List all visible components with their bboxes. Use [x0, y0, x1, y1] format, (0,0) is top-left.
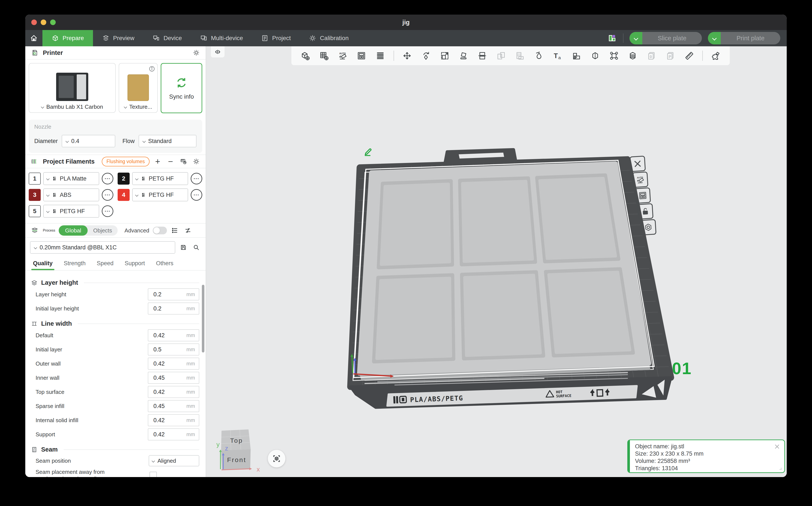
flatten-tool-button[interactable]: [458, 50, 469, 61]
setting-input[interactable]: 0.2mm: [148, 288, 199, 301]
print-dropdown[interactable]: [708, 32, 721, 45]
settings-list-icon[interactable]: [170, 226, 180, 235]
auto-orient-plate-button[interactable]: AUTO: [632, 172, 648, 188]
cut-box-button[interactable]: [590, 50, 601, 61]
fit-view-button[interactable]: [268, 450, 285, 468]
printer-settings-gear-icon[interactable]: [192, 48, 201, 58]
rotate-tool-button[interactable]: [420, 50, 431, 61]
scale-tool-button[interactable]: [439, 50, 450, 61]
delete-plate-button[interactable]: [629, 156, 646, 172]
scope-objects[interactable]: Objects: [88, 227, 118, 234]
setting-input[interactable]: 0.45mm: [148, 372, 199, 384]
nozzle-diameter-select[interactable]: 0.4: [62, 135, 115, 147]
filament-options-button[interactable]: ···: [191, 173, 202, 184]
process-tab-support[interactable]: Support: [119, 257, 150, 270]
plate-settings-button[interactable]: [640, 219, 656, 235]
tab-prepare[interactable]: Prepare: [42, 30, 93, 46]
modifier-button[interactable]: [571, 50, 582, 61]
model-jig[interactable]: [359, 164, 650, 380]
filament-select[interactable]: PETG HF: [132, 188, 188, 201]
setting-input[interactable]: 0.2mm: [148, 303, 199, 315]
printer-model-label: Bambu Lab X1 Carbon: [46, 103, 103, 110]
filament-options-button[interactable]: ···: [102, 173, 113, 184]
flow-select[interactable]: Standard: [138, 135, 196, 147]
slice-dropdown[interactable]: [629, 32, 642, 45]
filament-select[interactable]: ABS: [43, 188, 99, 201]
filament-options-button[interactable]: ···: [102, 189, 113, 201]
process-tab-others[interactable]: Others: [150, 257, 179, 270]
scope-global[interactable]: Global: [59, 225, 88, 236]
home-button[interactable]: [25, 30, 42, 46]
plate-type-card[interactable]: Texture...: [119, 63, 158, 113]
process-scope-toggle[interactable]: Global Objects: [59, 225, 118, 236]
panel-scrollbar[interactable]: [202, 285, 204, 352]
setting-input[interactable]: 0.5mm: [148, 343, 199, 355]
cut-tool-button[interactable]: [477, 50, 488, 61]
setting-input[interactable]: 0.42mm: [148, 428, 199, 440]
process-tab-speed[interactable]: Speed: [91, 257, 119, 270]
filament-options-button[interactable]: ···: [191, 189, 202, 201]
filament-select[interactable]: PETG HF: [132, 172, 188, 185]
edit-plate-name-button[interactable]: [362, 145, 375, 158]
setting-input[interactable]: 0.42mm: [148, 329, 199, 341]
setting-select[interactable]: Aligned: [149, 455, 199, 466]
arrange-button[interactable]: [356, 50, 367, 61]
setting-input[interactable]: 0.42mm: [148, 358, 199, 370]
measure-button[interactable]: [684, 50, 695, 61]
info-icon[interactable]: [149, 66, 155, 73]
search-preset-icon[interactable]: [192, 243, 201, 252]
plate-layout-icon[interactable]: [608, 33, 617, 43]
arrange-plate-button[interactable]: [635, 187, 651, 204]
preset-select[interactable]: 0.20mm Standard @BBL X1C: [30, 241, 175, 254]
remove-filament-button[interactable]: −: [166, 157, 175, 166]
tab-multi-device[interactable]: Multi-device: [191, 30, 252, 46]
tab-device[interactable]: Device: [143, 30, 191, 46]
filament-settings-gear-icon[interactable]: [192, 157, 201, 166]
auto-orient-button[interactable]: AUTO: [337, 50, 348, 61]
arrange-rows-button[interactable]: [375, 50, 386, 61]
collapse-panel-button[interactable]: [211, 46, 224, 58]
calibration-icon: [309, 34, 316, 42]
text-tool-button[interactable]: Ta: [552, 50, 563, 61]
fuzzy-skin-button[interactable]: [627, 50, 638, 61]
printer-card[interactable]: Bambu Lab X1 Carbon: [29, 63, 116, 113]
nozzle-group: Nozzle Diameter 0.4 Flow Standard: [29, 119, 202, 153]
resize-handle-icon[interactable]: [778, 466, 783, 471]
lock-plate-button[interactable]: [637, 203, 653, 220]
viewport-3d[interactable]: PLA/ABS/PETGHOTSURFACE01TopFrontyzx AUTO…: [206, 46, 787, 477]
setting-input[interactable]: 0.42mm: [148, 386, 199, 398]
support-painting-button[interactable]: [608, 50, 620, 61]
move-tool-button[interactable]: [402, 50, 413, 61]
filament-options-button[interactable]: ···: [102, 205, 113, 217]
tab-preview[interactable]: Preview: [93, 30, 143, 46]
ams-sync-icon[interactable]: [179, 157, 188, 166]
save-preset-icon[interactable]: [179, 243, 188, 252]
setting-row-seam-position: Seam positionAligned: [35, 455, 199, 466]
filament-select[interactable]: PETG HF: [43, 205, 99, 218]
setting-input[interactable]: 0.45mm: [148, 400, 199, 412]
sync-info-button[interactable]: Sync info: [161, 63, 202, 113]
assembly-view-button[interactable]: [710, 50, 722, 61]
scene-canvas[interactable]: PLA/ABS/PETGHOTSURFACE01TopFrontyzx: [206, 46, 787, 477]
tab-calibration[interactable]: Calibration: [300, 30, 358, 46]
compare-presets-icon[interactable]: [183, 226, 193, 235]
add-filament-button[interactable]: +: [153, 157, 163, 166]
setting-checkbox[interactable]: [149, 472, 157, 477]
close-info-button[interactable]: [773, 443, 781, 450]
color-painting-button[interactable]: [533, 50, 544, 61]
titlebar: jig: [25, 15, 787, 30]
flushing-volumes-button[interactable]: Flushing volumes: [102, 157, 149, 166]
advanced-toggle[interactable]: [153, 227, 167, 234]
process-tab-quality[interactable]: Quality: [27, 257, 58, 270]
print-plate-button[interactable]: Print plate: [708, 32, 780, 45]
process-tab-strength[interactable]: Strength: [58, 257, 91, 270]
close-window-button[interactable]: [31, 19, 37, 25]
filament-select[interactable]: PLA Matte: [43, 172, 99, 185]
add-plate-button[interactable]: [318, 50, 329, 61]
setting-input[interactable]: 0.42mm: [148, 414, 199, 426]
add-object-button[interactable]: [300, 50, 311, 61]
tab-project[interactable]: Project: [252, 30, 300, 46]
slice-plate-button[interactable]: Slice plate: [629, 32, 702, 45]
maximize-window-button[interactable]: [50, 19, 56, 25]
minimize-window-button[interactable]: [41, 19, 46, 25]
